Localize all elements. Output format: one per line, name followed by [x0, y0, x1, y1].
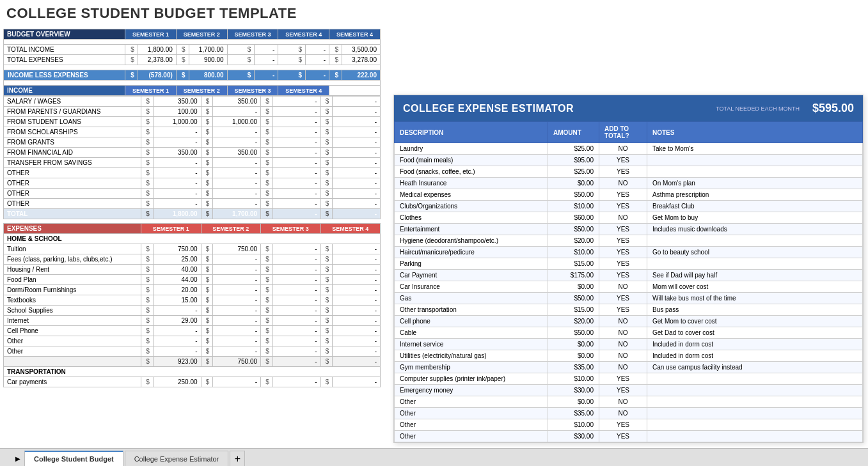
income-less-s4: - — [306, 70, 329, 81]
estimator-row-19: Gym membership $35.00 NO Can use campus … — [395, 362, 863, 373]
est-addto-4: YES — [599, 189, 647, 201]
estimator-row-9: Haircut/manicure/pedicure $10.00 YES Go … — [395, 247, 863, 258]
estimator-row-0: Laundry $25.00 NO Take to Mom's — [395, 143, 863, 155]
budget-overview-header: BUDGET OVERVIEW — [4, 29, 125, 40]
est-desc-23: Other — [395, 408, 548, 419]
est-desc-13: Gas — [395, 293, 548, 304]
est-desc-15: Cell phone — [395, 316, 548, 327]
income-less-s5: 222.00 — [342, 70, 381, 81]
est-addto-23: NO — [599, 408, 647, 419]
total-expenses-s1: 2,378.00 — [138, 55, 176, 65]
bo-col-s5: SEMESTER 4 — [329, 29, 381, 40]
income-rows-table: SALARY / WAGES $350.00 $350.00 $- $- FRO… — [3, 96, 381, 219]
tab-bar: ▶ College Student Budget College Expense… — [0, 448, 868, 466]
est-addto-14: YES — [599, 304, 647, 316]
income-less-s2: 800.00 — [189, 70, 227, 81]
est-addto-6: NO — [599, 212, 647, 224]
est-amount-20: $10.00 — [548, 373, 599, 385]
total-expenses-label: TOTAL EXPENSES — [4, 55, 125, 65]
estimator-row-4: Medical expenses $50.00 YES Asthma presc… — [395, 189, 863, 201]
income-col-s2: SEMESTER 2 — [176, 86, 227, 96]
estimator-row-3: Heath Insurance $0.00 NO On Mom's plan — [395, 178, 863, 189]
est-amount-17: $0.00 — [548, 339, 599, 350]
est-addto-2: YES — [599, 166, 647, 178]
est-notes-19: Can use campus facility instead — [647, 362, 863, 373]
est-notes-22 — [647, 396, 863, 408]
est-addto-5: YES — [599, 201, 647, 212]
est-notes-21 — [647, 385, 863, 396]
estimator-row-5: Clubs/Organizations $10.00 YES Breakfast… — [395, 201, 863, 212]
est-amount-10: $15.00 — [548, 258, 599, 270]
est-notes-3: On Mom's plan — [647, 178, 863, 189]
est-col-amount: AMOUNT — [548, 122, 599, 143]
estimator-row-6: Clothes $60.00 NO Get Mom to buy — [395, 212, 863, 224]
expenses-table: EXPENSES SEMESTER 1 SEMESTER 2 SEMESTER … — [3, 223, 381, 387]
budget-overview-table: BUDGET OVERVIEW SEMESTER 1 SEMESTER 2 SE… — [3, 29, 381, 96]
est-addto-8: YES — [599, 235, 647, 247]
total-expenses-s2: 900.00 — [189, 55, 227, 65]
est-notes-2 — [647, 166, 863, 178]
bo-col-s3: SEMESTER 3 — [227, 29, 278, 40]
est-notes-25 — [647, 431, 863, 442]
est-notes-10 — [647, 258, 863, 270]
total-expenses-s5: 3,278.00 — [342, 55, 381, 65]
estimator-row-2: Food (snacks, coffee, etc.) $25.00 YES — [395, 166, 863, 178]
est-amount-23: $35.00 — [548, 408, 599, 419]
est-desc-20: Computer supplies (printer ink/paper) — [395, 373, 548, 385]
estimator-row-22: Other $0.00 NO — [395, 396, 863, 408]
tab-add-button[interactable]: + — [230, 451, 245, 466]
est-addto-3: NO — [599, 178, 647, 189]
page: COLLEGE STUDENT BUDGET TEMPLATE BUDGET O… — [0, 0, 868, 466]
est-amount-3: $0.00 — [548, 178, 599, 189]
est-notes-6: Get Mom to buy — [647, 212, 863, 224]
est-amount-12: $0.00 — [548, 281, 599, 293]
estimator-row-21: Emergency money $30.00 YES — [395, 385, 863, 396]
estimator-row-1: Food (main meals) $95.00 YES — [395, 155, 863, 166]
est-addto-1: YES — [599, 155, 647, 166]
est-desc-7: Entertainment — [395, 224, 548, 235]
est-amount-25: $30.00 — [548, 431, 599, 442]
est-desc-19: Gym membership — [395, 362, 548, 373]
est-desc-14: Other transportation — [395, 304, 548, 316]
est-amount-1: $95.00 — [548, 155, 599, 166]
est-notes-24 — [647, 419, 863, 431]
estimator-row-15: Cell phone $20.00 NO Get Mom to cover co… — [395, 316, 863, 327]
est-desc-6: Clothes — [395, 212, 548, 224]
tab-college-student-budget[interactable]: College Student Budget — [24, 451, 123, 466]
est-amount-13: $50.00 — [548, 293, 599, 304]
estimator-row-13: Gas $50.00 YES Will take bus most of the… — [395, 293, 863, 304]
estimator-row-20: Computer supplies (printer ink/paper) $1… — [395, 373, 863, 385]
est-notes-23 — [647, 408, 863, 419]
est-amount-7: $50.00 — [548, 224, 599, 235]
estimator-row-17: Internet service $0.00 NO Included in do… — [395, 339, 863, 350]
est-col-addto: ADD TO TOTAL? — [599, 122, 647, 143]
income-less-s1: (578.00) — [138, 70, 176, 81]
tab-left-arrow[interactable]: ▶ — [13, 451, 23, 466]
est-desc-18: Utilities (electricity/natural gas) — [395, 350, 548, 362]
est-amount-4: $50.00 — [548, 189, 599, 201]
est-amount-24: $10.00 — [548, 419, 599, 431]
est-desc-3: Heath Insurance — [395, 178, 548, 189]
est-desc-12: Car Insurance — [395, 281, 548, 293]
est-notes-20 — [647, 373, 863, 385]
estimator-row-10: Parking $15.00 YES — [395, 258, 863, 270]
est-amount-8: $20.00 — [548, 235, 599, 247]
est-col-notes: NOTES — [647, 122, 863, 143]
total-income-s3: - — [255, 45, 278, 55]
est-addto-24: YES — [599, 419, 647, 431]
estimator-row-25: Other $30.00 YES — [395, 431, 863, 442]
est-notes-8 — [647, 235, 863, 247]
est-notes-5: Breakfast Club — [647, 201, 863, 212]
est-addto-10: YES — [599, 258, 647, 270]
est-amount-19: $35.00 — [548, 362, 599, 373]
income-row-0-label: SALARY / WAGES — [4, 97, 141, 107]
estimator-table: DESCRIPTION AMOUNT ADD TO TOTAL? NOTES L… — [394, 121, 863, 442]
estimator-total-amount: $595.00 — [812, 102, 854, 115]
est-desc-2: Food (snacks, coffee, etc.) — [395, 166, 548, 178]
expense-estimator-panel: COLLEGE EXPENSE ESTIMATOR TOTAL NEEDED E… — [393, 95, 864, 443]
expenses-header: EXPENSES — [4, 224, 141, 234]
bo-col-s4: SEMESTER 4 — [278, 29, 329, 40]
est-notes-1 — [647, 155, 863, 166]
tab-college-expense-estimator[interactable]: College Expense Estimator — [125, 451, 229, 466]
est-notes-16: Get Dad to cover cost — [647, 327, 863, 339]
